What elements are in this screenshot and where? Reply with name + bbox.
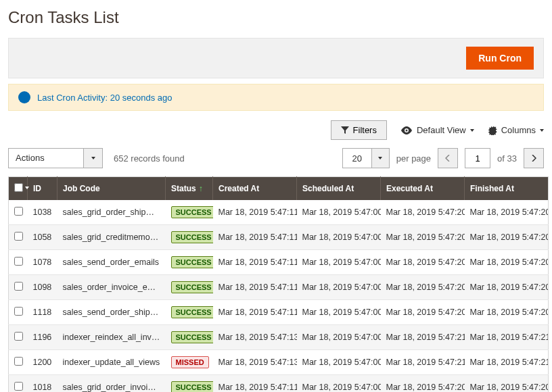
cell-created-at: Mar 18, 2019 5:47:13 AM xyxy=(213,325,297,350)
cell-scheduled-at: Mar 18, 2019 5:47:00 AM xyxy=(297,200,381,225)
cell-finished-at: Mar 18, 2019 5:47:21 AM xyxy=(465,350,549,375)
cell-executed-at: Mar 18, 2019 5:47:20 AM xyxy=(381,275,465,300)
grid-toolbar-bottom: Actions 652 records found 20 per page of… xyxy=(8,148,544,168)
cell-created-at: Mar 18, 2019 5:47:11 AM xyxy=(213,225,297,250)
status-badge: SUCCESS xyxy=(171,256,213,268)
next-page-button[interactable] xyxy=(524,148,544,168)
table-row[interactable]: 1098sales_order_invoice_emailsSUCCESSMar… xyxy=(9,275,549,300)
row-checkbox[interactable] xyxy=(14,357,23,366)
select-all-checkbox[interactable] xyxy=(14,183,23,192)
table-row[interactable]: 1058sales_grid_creditmemo_asyncSUCCESSMa… xyxy=(9,225,549,250)
cron-tasks-table: ID Job Code Status↑ Created At Scheduled… xyxy=(8,176,549,392)
status-badge: MISSED xyxy=(171,356,209,368)
cell-status: SUCCESS xyxy=(166,325,213,350)
status-badge: SUCCESS xyxy=(171,281,213,293)
page-title: Cron Tasks List xyxy=(8,8,544,27)
table-row[interactable]: 1078sales_send_order_emailsSUCCESSMar 18… xyxy=(9,250,549,275)
default-view-label: Default View xyxy=(417,125,466,135)
filter-icon xyxy=(341,126,349,134)
cell-status: SUCCESS xyxy=(166,375,213,393)
cell-executed-at: Mar 18, 2019 5:47:20 AM xyxy=(381,250,465,275)
cell-id: 1038 xyxy=(28,200,58,225)
cell-finished-at: Mar 18, 2019 5:47:20 AM xyxy=(465,250,549,275)
cell-executed-at: Mar 18, 2019 5:47:21 AM xyxy=(381,350,465,375)
of-label: of xyxy=(497,153,505,164)
page-input[interactable] xyxy=(465,148,490,168)
cell-executed-at: Mar 18, 2019 5:47:20 AM xyxy=(381,225,465,250)
table-row[interactable]: 1018sales_grid_order_invoice_asyncSUCCES… xyxy=(9,375,549,393)
cell-job-code: sales_send_order_emails xyxy=(58,250,166,275)
cell-job-code: sales_grid_creditmemo_async xyxy=(58,225,166,250)
run-cron-button[interactable]: Run Cron xyxy=(466,47,534,70)
cell-id: 1196 xyxy=(28,325,58,350)
row-checkbox[interactable] xyxy=(14,382,23,391)
cell-scheduled-at: Mar 18, 2019 5:47:00 AM xyxy=(297,225,381,250)
table-row[interactable]: 1118sales_send_order_shipmentSUCCESSMar … xyxy=(9,300,549,325)
cell-status: SUCCESS xyxy=(166,300,213,325)
row-checkbox[interactable] xyxy=(14,282,23,291)
cell-job-code: sales_order_invoice_emails xyxy=(58,275,166,300)
cell-status: SUCCESS xyxy=(166,225,213,250)
chevron-left-icon xyxy=(445,155,451,162)
actions-dropdown[interactable]: Actions xyxy=(8,148,103,168)
table-row[interactable]: 1200indexer_update_all_viewsMISSEDMar 18… xyxy=(9,350,549,375)
caret-down-icon xyxy=(25,187,29,189)
cell-scheduled-at: Mar 18, 2019 5:47:00 AM xyxy=(297,350,381,375)
row-checkbox[interactable] xyxy=(14,257,23,266)
of-pages: of 33 xyxy=(497,153,517,164)
th-executed-at[interactable]: Executed At xyxy=(381,177,465,201)
eye-icon xyxy=(400,126,413,134)
caret-down-icon xyxy=(470,129,474,132)
grid-toolbar-top: Filters Default View Columns xyxy=(8,120,544,140)
cell-id: 1098 xyxy=(28,275,58,300)
th-created-at[interactable]: Created At xyxy=(213,177,297,201)
table-row[interactable]: 1196indexer_reindex_all_invalidSUCCESSMa… xyxy=(9,325,549,350)
status-badge: SUCCESS xyxy=(171,231,213,243)
cell-scheduled-at: Mar 18, 2019 5:47:00 AM xyxy=(297,300,381,325)
cell-id: 1018 xyxy=(28,375,58,393)
info-icon: i xyxy=(18,91,30,103)
cell-created-at: Mar 18, 2019 5:47:13 AM xyxy=(213,350,297,375)
cell-created-at: Mar 18, 2019 5:47:11 AM xyxy=(213,375,297,393)
svg-point-0 xyxy=(405,129,407,131)
th-scheduled-at[interactable]: Scheduled At xyxy=(297,177,381,201)
sort-asc-icon: ↑ xyxy=(199,184,203,193)
per-page-select[interactable]: 20 xyxy=(342,148,390,168)
cell-id: 1200 xyxy=(28,350,58,375)
cell-executed-at: Mar 18, 2019 5:47:20 AM xyxy=(381,300,465,325)
columns-label: Columns xyxy=(501,125,536,135)
default-view-button[interactable]: Default View xyxy=(400,125,474,135)
cell-finished-at: Mar 18, 2019 5:47:20 AM xyxy=(465,200,549,225)
action-bar: Run Cron xyxy=(8,38,544,78)
info-message-text: Last Cron Activity: 20 seconds ago xyxy=(37,93,172,103)
cell-id: 1118 xyxy=(28,300,58,325)
row-checkbox[interactable] xyxy=(14,332,23,341)
cell-scheduled-at: Mar 18, 2019 5:47:00 AM xyxy=(297,250,381,275)
chevron-right-icon xyxy=(531,155,536,162)
th-id[interactable]: ID xyxy=(28,177,58,201)
cell-created-at: Mar 18, 2019 5:47:11 AM xyxy=(213,250,297,275)
cell-executed-at: Mar 18, 2019 5:47:20 AM xyxy=(381,200,465,225)
status-badge: SUCCESS xyxy=(171,381,213,392)
th-job-code[interactable]: Job Code xyxy=(58,177,166,201)
cell-job-code: sales_grid_order_shipment xyxy=(58,200,166,225)
filters-button[interactable]: Filters xyxy=(331,120,387,140)
th-select-all[interactable] xyxy=(9,177,28,201)
per-page-value: 20 xyxy=(343,149,371,168)
cell-job-code: sales_send_order_shipment xyxy=(58,300,166,325)
row-checkbox[interactable] xyxy=(14,207,23,216)
table-row[interactable]: 1038sales_grid_order_shipmentSUCCESSMar … xyxy=(9,200,549,225)
prev-page-button[interactable] xyxy=(438,148,458,168)
cell-scheduled-at: Mar 18, 2019 5:47:00 AM xyxy=(297,375,381,393)
th-status[interactable]: Status↑ xyxy=(166,177,213,201)
cell-finished-at: Mar 18, 2019 5:47:21 AM xyxy=(465,325,549,350)
status-badge: SUCCESS xyxy=(171,331,213,343)
row-checkbox[interactable] xyxy=(14,232,23,241)
th-finished-at[interactable]: Finished At xyxy=(465,177,549,201)
gear-icon xyxy=(488,126,497,135)
cell-executed-at: Mar 18, 2019 5:47:20 AM xyxy=(381,375,465,393)
records-found: 652 records found xyxy=(114,153,185,164)
row-checkbox[interactable] xyxy=(14,307,23,316)
cell-job-code: indexer_reindex_all_invalid xyxy=(58,325,166,350)
columns-button[interactable]: Columns xyxy=(488,125,544,135)
